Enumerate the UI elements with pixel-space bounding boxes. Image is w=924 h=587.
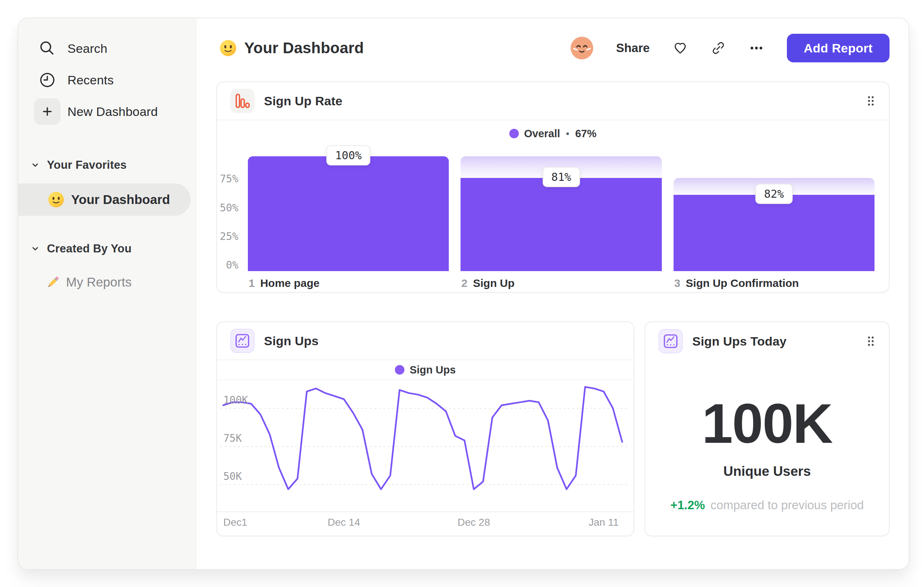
sidebar-item-my-reports[interactable]: My Reports — [18, 274, 197, 290]
sidebar-item-new-dashboard[interactable]: New Dashboard — [38, 100, 197, 123]
stat-value: 100K — [702, 395, 832, 451]
sidebar-item-your-dashboard[interactable]: Your Dashboard — [18, 184, 191, 216]
card-title: Sign Up Rate — [264, 94, 342, 108]
card-title: Sign Ups Today — [692, 334, 787, 349]
link-icon[interactable] — [711, 40, 726, 56]
funnel-rate-tooltip: 82% — [755, 184, 793, 204]
pencil-emoji-icon — [45, 274, 61, 290]
stat-delta-caption: compared to previous period — [711, 498, 864, 512]
heart-icon[interactable] — [672, 40, 688, 56]
drag-handle-icon[interactable] — [865, 334, 876, 349]
line-chart-icon — [230, 329, 254, 353]
chevron-down-icon — [31, 244, 40, 253]
header-actions: Share Add Report — [571, 34, 889, 62]
funnel-converted-segment — [248, 156, 449, 271]
funnel-y-tick: 50% — [217, 203, 238, 213]
avatar[interactable] — [571, 37, 593, 60]
funnel-converted-segment — [460, 178, 662, 271]
stat-delta: +1.2% — [670, 498, 705, 512]
sidebar-section-created-by-you[interactable]: Created By You — [18, 242, 197, 255]
funnel-rate-tooltip: 81% — [542, 167, 580, 187]
line-plot — [217, 381, 634, 511]
line-y-tick: 50K — [223, 471, 242, 483]
step-number: 2 — [461, 277, 467, 289]
card-header: Sign Ups Today — [645, 322, 889, 360]
funnel-step-label: 3Sign Up Confirmation — [674, 277, 799, 289]
sign-ups-today-card: Sign Ups Today 100K Unique Users +1.2% c… — [645, 321, 889, 536]
page-title: Your Dashboard — [244, 39, 364, 57]
app-window: Search Recents New Dashboard Your Favori… — [18, 18, 909, 570]
sidebar-item-label: My Reports — [66, 275, 132, 289]
bottom-cards-row: Sign Ups Sign Ups 100K75K50K Dec1Dec 14D… — [216, 321, 889, 536]
funnel-step-label: 1Home page — [249, 277, 319, 289]
step-number: 1 — [249, 277, 255, 289]
page-header: Your Dashboard Share Add Report — [216, 33, 889, 63]
funnel-chart: Overall • 67% 75%50%25%0%100%1Home page8… — [217, 120, 889, 292]
page-title-group: Your Dashboard — [219, 39, 364, 57]
section-label: Your Favorites — [47, 159, 127, 172]
card-header: Sign Up Rate — [217, 82, 889, 120]
line-x-tick: Jan 11 — [589, 517, 619, 528]
stat-comparison: +1.2% compared to previous period — [670, 498, 864, 512]
funnel-y-tick: 75% — [217, 174, 238, 184]
line-series — [217, 381, 634, 511]
plus-icon — [34, 98, 61, 125]
sign-ups-card: Sign Ups Sign Ups 100K75K50K Dec1Dec 14D… — [216, 321, 634, 536]
funnel-y-tick: 25% — [217, 231, 238, 242]
stat-body: 100K Unique Users +1.2% compared to prev… — [645, 360, 889, 512]
stat-unit-label: Unique Users — [723, 464, 811, 479]
line-legend: Sign Ups — [217, 360, 634, 380]
sidebar-nav: Search Recents New Dashboard — [18, 37, 197, 123]
funnel-plot: 75%50%25%0%100%1Home page81%2Sign Up82%3… — [217, 147, 889, 292]
sidebar: Search Recents New Dashboard Your Favori… — [18, 18, 197, 569]
funnel-chart-icon — [230, 89, 254, 113]
funnel-step-label: 2Sign Up — [461, 277, 515, 289]
legend-label: Overall — [524, 128, 560, 140]
line-chart-icon — [658, 329, 683, 353]
step-number: 3 — [674, 277, 681, 289]
line-y-tick: 75K — [223, 433, 242, 444]
legend-dot — [395, 365, 404, 375]
sign-ups-line — [223, 387, 622, 489]
funnel-y-tick: 0% — [217, 260, 238, 270]
line-x-tick: Dec1 — [223, 517, 247, 528]
card-title: Sign Ups — [264, 334, 318, 348]
chevron-down-icon — [31, 161, 40, 169]
funnel-bar-1 — [248, 156, 449, 271]
add-report-button[interactable]: Add Report — [787, 34, 889, 62]
step-name: Sign Up Confirmation — [686, 277, 799, 289]
legend-separator: • — [565, 128, 570, 139]
x-axis-line — [217, 511, 634, 512]
more-options-icon[interactable] — [749, 40, 764, 56]
sidebar-item-label: Search — [68, 41, 107, 56]
line-x-tick: Dec 28 — [458, 517, 490, 528]
legend-dot — [509, 129, 519, 138]
funnel-rate-tooltip: 100% — [326, 145, 370, 165]
funnel-converted-segment — [673, 195, 874, 271]
line-x-tick: Dec 14 — [328, 517, 360, 528]
sidebar-item-search[interactable]: Search — [38, 37, 197, 60]
section-label: Created By You — [47, 242, 132, 255]
sign-up-rate-card: Sign Up Rate Overall • 67% 75%50%25%0%10… — [216, 81, 889, 293]
main-content: Your Dashboard Share Add Report Sign Up … — [197, 18, 909, 569]
legend-label: Sign Ups — [409, 364, 456, 376]
funnel-legend: Overall • 67% — [217, 120, 889, 147]
sidebar-item-label: Your Dashboard — [71, 192, 170, 207]
sidebar-section-your-favorites[interactable]: Your Favorites — [18, 159, 197, 172]
clock-icon — [38, 71, 56, 89]
card-header: Sign Ups — [217, 322, 634, 360]
sidebar-item-label: New Dashboard — [68, 104, 158, 119]
step-name: Home page — [260, 277, 320, 289]
drag-handle-icon[interactable] — [865, 94, 876, 108]
sidebar-item-recents[interactable]: Recents — [38, 68, 197, 92]
smiley-emoji-icon — [219, 39, 237, 57]
sidebar-item-label: Recents — [68, 73, 114, 87]
share-button[interactable]: Share — [616, 41, 650, 55]
step-name: Sign Up — [473, 277, 515, 289]
legend-value: 67% — [575, 128, 597, 140]
smiley-emoji-icon — [48, 191, 64, 208]
line-y-tick: 100K — [223, 394, 248, 406]
search-icon — [38, 39, 56, 58]
